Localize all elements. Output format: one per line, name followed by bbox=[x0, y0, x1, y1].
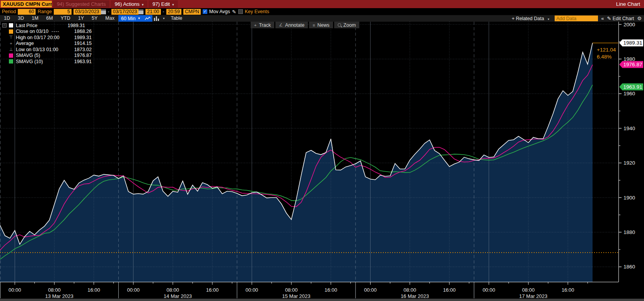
range-button-6m[interactable]: 6M bbox=[42, 15, 56, 22]
time-range-dash: - bbox=[163, 9, 164, 14]
bottom-strip bbox=[0, 299, 644, 301]
price-chart-canvas[interactable]: +121.046.48%00:0008:0016:0013 Mar 202300… bbox=[0, 22, 644, 301]
zoom-button[interactable]: Zoom bbox=[334, 22, 359, 28]
edit-chart-label: Edit Chart bbox=[613, 16, 634, 21]
range-button-1y[interactable]: 1Y bbox=[74, 15, 88, 22]
key-events-label: Key Events bbox=[245, 9, 269, 14]
chart-tools: +Track ∠Annotate ≡News Zoom bbox=[251, 22, 359, 28]
actions-label: 96) Actions bbox=[114, 1, 139, 7]
news-button[interactable]: ≡News bbox=[309, 22, 333, 28]
legend-row-low[interactable]: ⊥ Low on 03/13 01:00 1873.02 bbox=[2, 46, 92, 53]
annotate-button[interactable]: ∠Annotate bbox=[275, 22, 308, 28]
legend-row-last-price[interactable]: − Last Price 1989.31 bbox=[2, 22, 85, 29]
legend-row-smavg5[interactable]: SMAVG (5) 1976.87 bbox=[2, 53, 92, 59]
chart-svg[interactable]: +121.046.48%00:0008:0016:0013 Mar 202300… bbox=[0, 22, 644, 301]
chart-type-dropdown[interactable]: ▾ bbox=[161, 17, 167, 20]
edit-menu-button[interactable]: 97) Edit▾ bbox=[149, 0, 178, 8]
range-label: Range bbox=[38, 9, 52, 14]
price-tag-value: 1976.87 bbox=[624, 62, 642, 67]
related-data-button[interactable]: + Related Data ▾ bbox=[512, 16, 552, 21]
price-tick-label: 1960 bbox=[624, 91, 635, 96]
calendar-icon[interactable] bbox=[138, 9, 143, 14]
time-tick-label: 16:00 bbox=[325, 287, 337, 293]
price-tag-2: 1963.91 bbox=[619, 83, 643, 90]
suggested-charts-button[interactable]: 94) Suggested Charts bbox=[53, 0, 109, 8]
gear-icon[interactable]: ⚙ bbox=[637, 15, 642, 21]
period-input[interactable]: 60 bbox=[18, 9, 36, 15]
range-button-3d[interactable]: 3D bbox=[14, 15, 28, 22]
collapse-panel-button[interactable]: « bbox=[601, 15, 604, 21]
time-tick-label: 00:00 bbox=[246, 287, 258, 293]
candle-chart-type-button[interactable] bbox=[152, 15, 161, 22]
source-input[interactable]: CMPN bbox=[183, 9, 201, 15]
track-button[interactable]: +Track bbox=[251, 22, 274, 28]
change-pct-label: 6.48% bbox=[597, 54, 612, 60]
date-label: 16 Mar 2023 bbox=[401, 293, 429, 299]
time-tick-label: 16:00 bbox=[443, 287, 456, 293]
add-data-input[interactable] bbox=[555, 15, 598, 21]
date-label: 17 Mar 2023 bbox=[519, 293, 547, 299]
chevron-down-icon: ▾ bbox=[142, 3, 144, 7]
time-tick-label: 16:00 bbox=[206, 287, 219, 293]
change-abs-label: +121.04 bbox=[597, 47, 616, 53]
range-button-ytd[interactable]: YTD bbox=[57, 15, 74, 22]
average-marker-icon: + bbox=[9, 41, 13, 46]
time-to-input[interactable]: 20:59 bbox=[166, 9, 181, 15]
related-data-label: + Related Data bbox=[512, 16, 544, 21]
range-button-1d[interactable]: 1D bbox=[0, 15, 14, 22]
time-tick-label: 00:00 bbox=[127, 287, 140, 293]
legend-collapse-icon[interactable]: − bbox=[2, 23, 7, 28]
title-bar: XAUUSD CMPN Curnc 94) Suggested Charts 9… bbox=[0, 0, 644, 8]
price-tick-label: 1900 bbox=[624, 195, 635, 201]
calendar-icon[interactable] bbox=[101, 9, 106, 14]
date-label: 13 Mar 2023 bbox=[45, 293, 73, 299]
interval-select[interactable]: 60 Min ▼ bbox=[118, 15, 143, 22]
time-tick-label: 00:00 bbox=[483, 287, 495, 293]
toolbar-right-group: + Related Data ▾ « ✎ Edit Chart ⚙ bbox=[512, 15, 644, 21]
ticker-input[interactable]: XAUUSD CMPN Curnc bbox=[1, 1, 52, 7]
chevron-down-icon: ▾ bbox=[172, 3, 174, 7]
white-swatch-icon bbox=[9, 23, 13, 28]
date-to-input[interactable]: 03/17/2023 bbox=[111, 9, 139, 15]
track-label: Track bbox=[259, 22, 271, 28]
pencil-icon[interactable]: ✎ bbox=[232, 9, 236, 15]
date-from-input[interactable]: 03/10/2023 bbox=[73, 9, 101, 15]
legend-row-smavg10[interactable]: SMAVG (10) 1963.91 bbox=[2, 58, 92, 65]
legend-value: 1976.87 bbox=[74, 53, 92, 58]
time-tick-label: 08:00 bbox=[48, 287, 61, 293]
legend-label: Last Price bbox=[16, 23, 38, 28]
edit-chart-button[interactable]: ✎ Edit Chart bbox=[607, 15, 634, 21]
time-tick-label: 16:00 bbox=[562, 287, 574, 293]
price-tag-1: 1976.87 bbox=[619, 61, 643, 68]
period-label: Period bbox=[2, 9, 16, 14]
time-tick-label: 08:00 bbox=[522, 287, 535, 293]
time-tick-label: 16:00 bbox=[87, 287, 100, 293]
query-bar: Period 60 Range 5 03/10/2023 - 03/17/202… bbox=[0, 8, 644, 15]
actions-button[interactable]: 96) Actions▾ bbox=[111, 0, 147, 8]
time-from-input[interactable]: 21:00 bbox=[145, 9, 161, 15]
axis-price-tags: 1989.311976.871963.91 bbox=[619, 40, 643, 91]
magnifier-icon bbox=[338, 23, 341, 27]
mov-avgs-checkbox[interactable]: ✓ bbox=[203, 9, 207, 14]
range-input[interactable]: 5 bbox=[54, 9, 72, 15]
table-button[interactable]: Table bbox=[167, 15, 186, 22]
legend-row-high[interactable]: ⊤ High on 03/17 20:00 1989.31 bbox=[2, 34, 92, 41]
pink-swatch-icon bbox=[9, 53, 13, 58]
legend-value: 1873.02 bbox=[74, 47, 92, 52]
line-chart-type-button[interactable] bbox=[143, 15, 152, 22]
range-button-1m[interactable]: 1M bbox=[28, 15, 42, 22]
legend-row-close[interactable]: Close on 03/10 ---- 1868.26 bbox=[2, 29, 92, 35]
green-swatch-icon bbox=[9, 59, 13, 64]
legend-label: SMAVG (10) bbox=[16, 59, 43, 64]
chart-region: +121.046.48%00:0008:0016:0013 Mar 202300… bbox=[0, 22, 644, 301]
range-button-max[interactable]: Max bbox=[101, 15, 118, 22]
interval-value: 60 Min bbox=[121, 16, 136, 21]
legend-label: Low on 03/13 01:00 bbox=[16, 47, 58, 52]
legend-label: SMAVG (5) bbox=[16, 53, 40, 58]
edit-label: 97) Edit bbox=[152, 1, 170, 7]
range-button-5y[interactable]: 5Y bbox=[88, 15, 101, 22]
legend-row-average[interactable]: + Average 1914.15 bbox=[2, 41, 92, 47]
legend-label: High on 03/17 20:00 bbox=[16, 35, 60, 40]
key-events-checkbox[interactable] bbox=[238, 9, 243, 14]
mov-avgs-label: Mov Avgs bbox=[209, 9, 230, 14]
